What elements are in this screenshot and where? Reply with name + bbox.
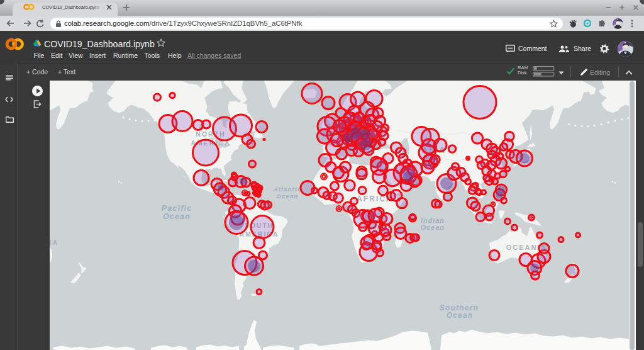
svg-text:Atlantic: Atlantic (273, 186, 301, 193)
svg-text:IA: IA (50, 239, 58, 246)
svg-text:Ocean: Ocean (276, 193, 298, 200)
svg-text:Pacific: Pacific (162, 203, 192, 212)
svg-text:Ocean: Ocean (447, 311, 474, 320)
svg-text:Ocean: Ocean (163, 212, 191, 221)
svg-text:Ocean: Ocean (421, 223, 445, 231)
